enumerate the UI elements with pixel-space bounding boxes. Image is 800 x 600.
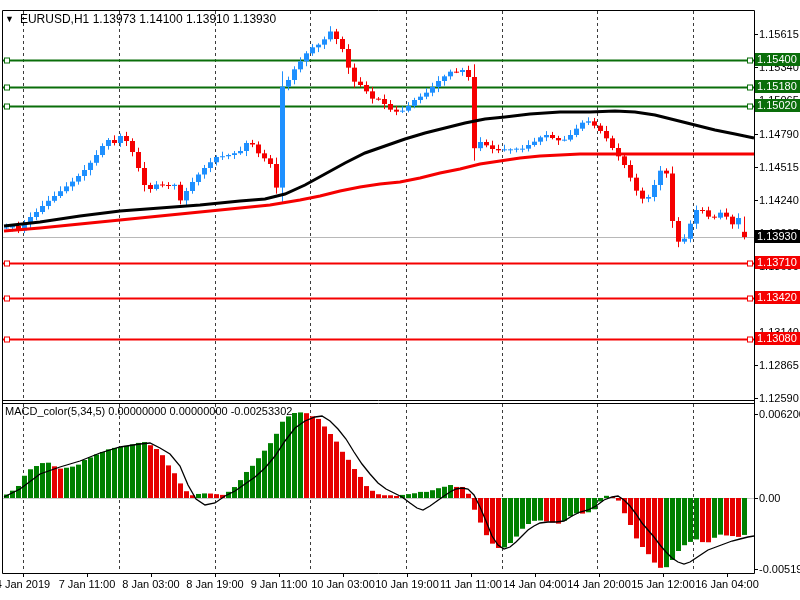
date-axis-label[interactable]: 9 Jan 11:00 (251, 578, 308, 590)
price-level-badge: 1.15020 (755, 99, 800, 112)
macd-axis-label: -0.005195 (759, 563, 800, 575)
price-level-badge: 1.15180 (755, 80, 800, 93)
date-axis-label[interactable]: 4 Jan 2019 (0, 578, 50, 590)
date-axis-label[interactable]: 7 Jan 11:00 (59, 578, 116, 590)
price-axis-label: 1.14240 (759, 194, 799, 206)
ohlc-values: 1.13973 1.14100 1.13910 1.13930 (93, 12, 277, 26)
date-axis-label[interactable]: 14 Jan 20:00 (567, 578, 631, 590)
chart-title: ▼EURUSD,H1 1.13973 1.14100 1.13910 1.139… (5, 12, 276, 26)
date-axis-label[interactable]: 8 Jan 03:00 (122, 578, 180, 590)
date-axis-label[interactable]: 14 Jan 04:00 (503, 578, 567, 590)
date-axis-label[interactable]: 8 Jan 19:00 (186, 578, 244, 590)
price-axis-label: 1.12865 (759, 359, 799, 371)
price-level-badge: 1.13080 (755, 332, 800, 345)
price-axis-label: 1.14790 (759, 128, 799, 140)
macd-axis-label: 0.00 (759, 492, 780, 504)
date-axis-label[interactable]: 11 Jan 11:00 (440, 578, 502, 590)
date-axis-label[interactable]: 10 Jan 03:00 (311, 578, 375, 590)
price-axis-label: 1.15615 (759, 28, 799, 40)
price-level-badge: 1.15400 (755, 53, 800, 66)
date-axis-label[interactable]: 15 Jan 12:00 (631, 578, 695, 590)
price-level-badge: 1.13930 (755, 230, 800, 243)
price-chart-canvas[interactable] (0, 0, 800, 600)
symbol-dropdown-icon[interactable]: ▼ (5, 14, 14, 24)
symbol-period-label: EURUSD,H1 (20, 12, 89, 26)
macd-indicator-label: MACD_color(5,34,5) 0.00000000 0.00000000… (5, 405, 292, 417)
date-axis-label[interactable]: 10 Jan 19:00 (375, 578, 439, 590)
price-level-badge: 1.13420 (755, 291, 800, 304)
price-axis-label: 1.14515 (759, 161, 799, 173)
trading-chart-window: ▼EURUSD,H1 1.13973 1.14100 1.13910 1.139… (0, 0, 800, 600)
date-axis-label[interactable]: 16 Jan 04:00 (695, 578, 759, 590)
macd-axis-label: 0.0062009 (759, 408, 800, 420)
macd-values: 0.00000000 0.00000000 -0.00253302 (108, 405, 292, 417)
price-level-badge: 1.13710 (755, 256, 800, 269)
macd-name: MACD_color(5,34,5) (5, 405, 105, 417)
price-axis-label: 1.12590 (759, 392, 799, 404)
